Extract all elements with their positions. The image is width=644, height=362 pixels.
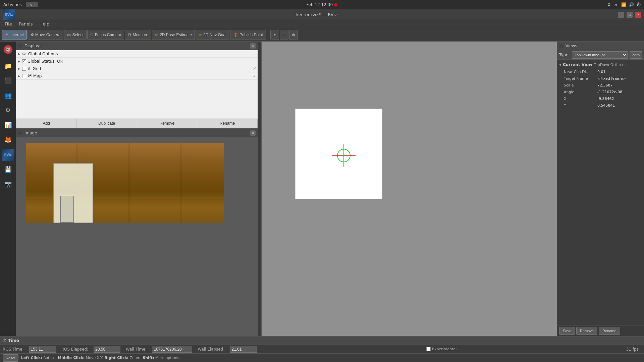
image-panel-label: Image [24,131,37,135]
close-button[interactable]: ✕ [635,12,641,18]
toolbar-circle-button[interactable]: ⊕ [289,30,298,40]
current-view-subtitle: TopDownOrtho (r… [594,63,629,67]
menu-bar: File Panels Help [0,20,644,28]
3d-viewport[interactable] [262,42,557,336]
time-bar: ⏱ Time [0,337,644,345]
cv-prop-angle: Angle -1.21072e-08 [557,88,644,95]
hint-right-key: Right-Click: [105,356,129,360]
system-bar-right: ⚙ en 📶 🔊 ⏻ [607,2,641,7]
current-view-title: Current View [563,62,592,67]
menu-file[interactable]: File [1,20,15,28]
ros-time-label: ROS Time: [3,347,24,352]
views-header-icon: ⬛ [559,44,564,48]
room-door [60,196,74,223]
sidebar-icon-presentation[interactable]: 📊 [1,118,15,131]
views-zero-button[interactable]: Zero [630,51,642,59]
views-rename-button[interactable]: Rename [599,327,620,335]
views-type-select[interactable]: TopDownOrtho (rvi… [572,51,628,59]
menu-panels[interactable]: Panels [15,20,36,28]
select-button[interactable]: ▭ Select [64,30,86,40]
remove-display-button[interactable]: Remove [137,119,198,128]
activities-label[interactable]: Activities [3,2,22,7]
sidebar-icon-wolf[interactable]: 🐺 [1,43,15,56]
publish-point-button[interactable]: 📍 Publish Point [230,30,266,40]
measure-icon: ⊟ [128,33,131,37]
sidebar-icon-rviz[interactable]: RViz [2,149,14,161]
sidebar-icon-storage[interactable]: 💾 [1,162,15,176]
measure-button[interactable]: ⊟ Measure [125,30,151,40]
title-bar-left: RViz [3,9,15,21]
sidebar-icon-camera[interactable]: 📷 [1,177,15,190]
display-item-global-options[interactable]: ▶ ⚙ Global Options [16,50,258,58]
map-checkbox[interactable] [22,74,26,78]
menu-help[interactable]: Help [36,20,53,28]
sidebar-icon-firefox[interactable]: 🦊 [1,133,15,146]
wall-time-input[interactable] [152,346,192,353]
toolbar-minus-button[interactable]: – [280,30,288,40]
hint-shift-action: More options. [155,356,180,360]
time-label: Time [8,338,19,343]
display-item-grid[interactable]: ▶ # Grid ✓ [16,65,258,72]
pose-estimate-button[interactable]: ✏ 2D Pose Estimate [152,30,195,40]
display-item-map[interactable]: ▶ 🗺 Map ✓ [16,72,258,80]
settings-icon[interactable]: ⚙ [607,2,611,7]
nav-goal-button[interactable]: ✏ 2D Nav Goal [196,30,229,40]
restore-button[interactable]: □ [627,12,633,18]
grid-label: Grid [33,66,252,71]
global-status-checkbox[interactable]: ✓ [22,59,26,63]
current-view-section: ▼ Current View TopDownOrtho (r… Near Cli… [557,60,644,325]
experimental-checkbox[interactable]: Experimental [426,347,457,351]
current-view-expand[interactable]: ▼ [559,63,561,66]
cv-prop-near-clip: Near Clip Di… 0.01 [557,68,644,75]
panel-divider[interactable]: ⋮ [258,42,262,336]
image-panel-close[interactable]: ✕ [250,130,256,136]
image-viewport[interactable] [16,137,258,336]
right-panel: ⬛ Views Type: TopDownOrtho (rvi… Zero ▼ … [557,42,644,336]
sidebar-icon-settings[interactable]: ⚙ [1,103,15,117]
views-type-row: Type: TopDownOrtho (rvi… Zero [557,50,644,60]
expand-arrow-global-status: ▶ [17,60,21,63]
global-status-label: Global Status: Ok [28,59,256,64]
views-type-label: Type: [559,53,570,57]
sound-icon: 🔊 [629,2,634,7]
grid-checkbox[interactable] [22,67,26,71]
publish-point-icon: 📍 [233,33,238,37]
displays-panel-label: Displays [24,44,41,48]
display-item-global-status[interactable]: ▶ ✓ Global Status: Ok [16,58,258,65]
sidebar-icon-teams[interactable]: 👥 [1,88,15,102]
ros-time-input[interactable] [29,346,56,353]
rename-display-button[interactable]: Rename [197,119,258,128]
sidebar-icon-app[interactable]: ⬛ [1,74,15,87]
wall-time-label: Wall Time: [126,347,147,352]
hint-shift-key: Shift: [143,356,154,360]
toolbar-separator [268,31,268,39]
views-remove-button[interactable]: Remove [576,327,597,335]
app-name-label: rviz [26,2,39,7]
image-content [26,143,224,223]
experimental-check[interactable] [426,347,431,351]
focus-camera-button[interactable]: ⊙ Focus Camera [87,30,124,40]
views-save-button[interactable]: Save [559,327,575,335]
ros-elapsed-input[interactable] [94,346,120,353]
robot-dot [343,155,345,157]
toolbar-plus-button[interactable]: + [270,30,279,40]
lang-label[interactable]: en [613,2,619,7]
ros-elapsed-label: ROS Elapsed: [61,347,88,352]
expand-arrow-map: ▶ [17,74,21,78]
move-camera-button[interactable]: ✥ Move Camera [28,30,63,40]
select-icon: ▭ [67,33,71,37]
displays-panel-close[interactable]: ✕ [250,43,256,49]
sidebar-icon-files[interactable]: 📁 [1,59,15,72]
main-content: 🐺 📁 ⬛ 👥 ⚙ 📊 🦊 RViz 💾 📷 ⬛ Displays ✕ [0,42,644,336]
map-check-right: ✓ [253,74,256,78]
reset-button[interactable]: Reset [3,354,18,362]
add-display-button[interactable]: Add [16,119,77,128]
duplicate-display-button[interactable]: Duplicate [77,119,137,128]
cv-prop-target-frame: Target Frame <Fixed Frame> [557,75,644,82]
minimize-button[interactable]: – [618,12,624,18]
interact-button[interactable]: 🖱 Interact [2,30,27,40]
cv-prop-x: X -9.86462 [557,95,644,102]
wall-elapsed-input[interactable] [230,346,257,353]
svg-text:🐺: 🐺 [5,47,10,52]
experimental-label: Experimental [432,347,457,351]
